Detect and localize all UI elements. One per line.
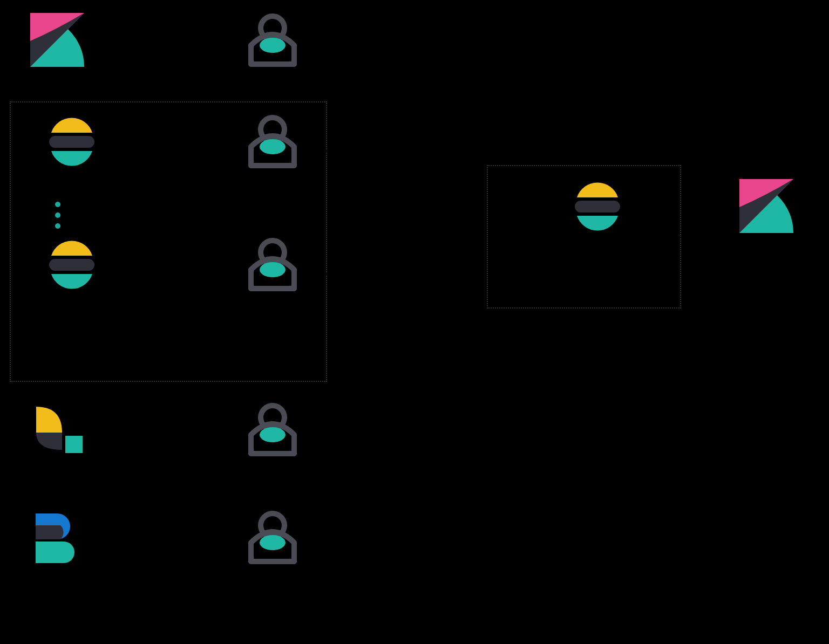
svg-point-11 [260,427,286,442]
elasticsearch-icon [570,179,624,233]
metricbeat-es2-node: Metricbeat [240,237,305,311]
metricbeat-kibana-label: Metricbeat [240,70,305,87]
svg-point-8 [260,262,286,277]
svg-point-5 [260,139,286,154]
kibana-metrics-label: Kibana metrics [354,30,440,45]
es-metrics-label: Elasticsearch metrics [343,221,466,236]
svg-point-13 [260,535,286,550]
metricbeat-icon [246,510,300,564]
architecture-diagram: Production cluster Monitoring cluster Ki… [0,0,829,644]
kibana-source-node: Kibana [30,13,84,87]
svg-point-2 [260,38,286,53]
logstash-node: Logstash [30,402,87,476]
elasticsearch-2-label: Elasticsearch [30,294,114,311]
metricbeat-beats-label: Metricbeat [240,567,305,584]
kibana-dest-label: Kibana [745,236,789,253]
metricbeat-icon [246,237,300,291]
elasticsearch-icon [45,237,99,291]
logstash-icon [32,402,86,456]
metricbeat-ls-node: Metricbeat [240,402,305,476]
monitoring-cluster-label: Monitoring cluster [500,278,636,298]
elasticsearch-monitor-node: Elasticsearch [556,179,640,253]
svg-rect-9 [65,436,83,453]
metricbeat-icon [246,13,300,67]
kibana-icon [739,179,793,233]
metricbeat-es2-label: Metricbeat [240,294,305,311]
elasticsearch-monitor-label: Elasticsearch [556,236,640,253]
svg-rect-6 [49,259,94,271]
beats-label: Beats [39,567,76,584]
ellipsis-dots [55,202,60,229]
elasticsearch-1-label: Elasticsearch [30,172,114,188]
metricbeat-icon [246,114,300,168]
elasticsearch-1-node: Elasticsearch [30,114,114,188]
svg-rect-3 [49,136,94,148]
metricbeat-kibana-node: Metricbeat [240,13,305,87]
metricbeat-icon [246,402,300,456]
beats-node: Beats [30,510,84,584]
svg-rect-14 [575,201,620,213]
kibana-source-label: Kibana [36,70,79,87]
elasticsearch-2-node: Elasticsearch [30,237,114,311]
beats-metrics-label: Beats metrics [367,534,445,549]
elasticsearch-icon [45,114,99,168]
kibana-icon [30,13,84,67]
beats-icon [30,510,84,564]
metricbeat-es1-label: Metricbeat [240,172,305,188]
logstash-label: Logstash [30,460,87,476]
metricbeat-ls-label: Metricbeat [240,460,305,476]
kibana-dest-node: Kibana [739,179,793,253]
metricbeat-es1-node: Metricbeat [240,114,305,188]
ls-metrics-label: Logstash metrics [354,426,452,441]
metricbeat-beats-node: Metricbeat [240,510,305,584]
production-cluster-label: Production cluster [70,355,200,373]
